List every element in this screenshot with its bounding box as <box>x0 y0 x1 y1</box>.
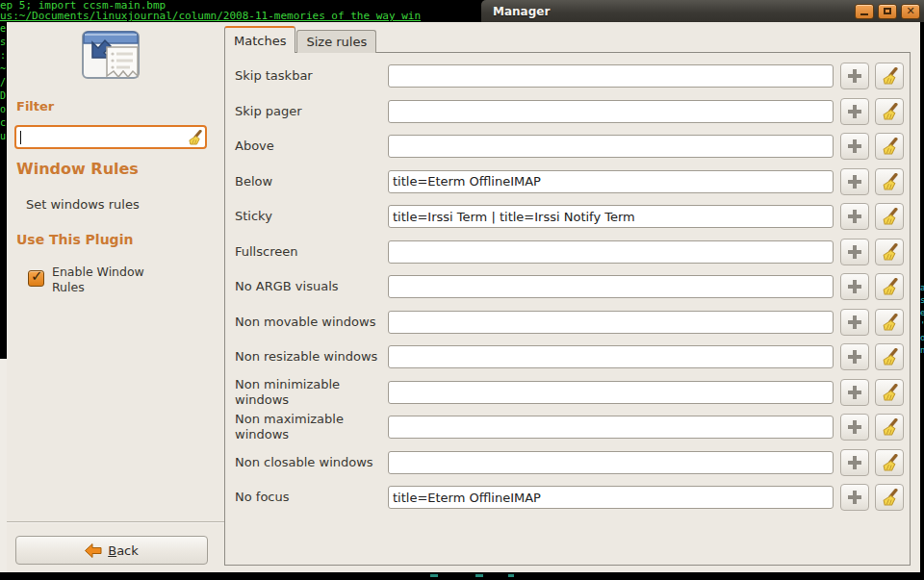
match-row: No ARGB visuals <box>225 269 910 305</box>
plus-icon <box>847 419 862 435</box>
match-row-label: Skip pager <box>235 104 388 119</box>
broom-icon <box>882 489 898 506</box>
match-row-input[interactable] <box>388 381 834 404</box>
back-label: Back <box>108 543 139 558</box>
sidebar-item-set-windows-rules[interactable]: Set windows rules <box>26 197 140 212</box>
match-row-input[interactable] <box>388 205 834 228</box>
plugin-title: Window Rules <box>16 160 139 178</box>
match-row-input[interactable] <box>388 240 834 264</box>
add-match-button[interactable] <box>840 203 869 230</box>
clear-filter-icon[interactable] <box>188 130 202 145</box>
filter-input[interactable] <box>21 130 188 144</box>
add-match-button[interactable] <box>840 343 869 370</box>
match-row-label: Skip taskbar <box>235 68 388 84</box>
desktop-left-edge <box>0 359 7 572</box>
clear-match-button[interactable] <box>875 273 904 300</box>
match-row-input[interactable] <box>388 451 834 474</box>
plus-icon <box>847 68 862 84</box>
terminal-background-left-edge: e s : ~ / D o c u <box>0 22 7 359</box>
window-title: Manager <box>493 5 855 18</box>
match-row: Non resizable windows <box>225 340 910 375</box>
terminal-fragment <box>508 574 514 577</box>
match-row-label: Non closable windows <box>235 455 388 470</box>
add-match-button[interactable] <box>840 168 869 195</box>
match-rows: Skip taskbar Skip pager <box>225 53 910 516</box>
plus-icon <box>847 315 862 330</box>
clear-match-button[interactable] <box>875 343 904 370</box>
match-row: Non minimizable windows <box>225 375 910 411</box>
match-row-input[interactable] <box>388 345 834 368</box>
match-row-label: No ARGB visuals <box>235 279 388 294</box>
sidebar: Filter Window Rules Set windows rules Us… <box>7 22 224 572</box>
clear-match-button[interactable] <box>875 379 904 406</box>
back-arrow-icon <box>85 543 102 558</box>
clear-match-button[interactable] <box>875 63 904 89</box>
match-row-label: Fullscreen <box>235 244 388 260</box>
add-match-button[interactable] <box>840 273 869 300</box>
add-match-button[interactable] <box>840 484 869 511</box>
add-match-button[interactable] <box>840 98 869 125</box>
broom-icon <box>882 454 898 471</box>
window-rules-plugin-icon <box>80 30 149 86</box>
match-row-label: Non maximizable windows <box>235 412 388 443</box>
terminal-background-right-edge: a s e ' o n <box>920 22 924 580</box>
matches-panel: Skip taskbar Skip pager <box>224 52 911 566</box>
match-row-input[interactable] <box>388 100 834 123</box>
add-match-button[interactable] <box>840 309 869 336</box>
enable-window-rules-checkbox[interactable] <box>28 270 44 287</box>
match-row: Skip pager <box>225 94 910 130</box>
add-match-button[interactable] <box>840 63 869 89</box>
tab-bar: Matches Size rules <box>224 26 376 53</box>
filter-heading: Filter <box>16 99 54 113</box>
plus-icon <box>847 455 862 470</box>
clear-match-button[interactable] <box>875 203 904 230</box>
match-row: Fullscreen <box>225 235 910 270</box>
plus-icon <box>847 349 862 365</box>
add-match-button[interactable] <box>840 414 869 441</box>
match-row-input[interactable] <box>388 311 834 334</box>
match-row: Sticky <box>225 199 910 235</box>
clear-match-button[interactable] <box>875 168 904 195</box>
match-row-input[interactable] <box>388 170 834 193</box>
window-titlebar[interactable]: Manager ✕ <box>481 0 924 22</box>
clear-match-button[interactable] <box>875 449 904 476</box>
desktop: ep 5; import ccsm-main.bmp us:~/Document… <box>0 0 924 580</box>
add-match-button[interactable] <box>840 379 869 406</box>
clear-match-button[interactable] <box>875 133 904 160</box>
plus-icon <box>847 104 862 119</box>
match-row: Skip taskbar <box>225 59 910 94</box>
match-row-label: No focus <box>235 490 388 505</box>
match-row-input[interactable] <box>388 416 834 439</box>
plus-icon <box>847 139 862 154</box>
clear-match-button[interactable] <box>875 484 904 511</box>
plus-icon <box>847 490 862 505</box>
back-button[interactable]: Back <box>15 536 208 565</box>
clear-match-button[interactable] <box>875 309 904 336</box>
clear-match-button[interactable] <box>875 98 904 125</box>
broom-icon <box>882 138 898 155</box>
add-match-button[interactable] <box>840 239 869 265</box>
match-row: Non movable windows <box>225 305 910 340</box>
ccsm-window: Filter Window Rules Set windows rules Us… <box>7 22 920 572</box>
match-row-input[interactable] <box>388 486 834 509</box>
terminal-background-top: ep 5; import ccsm-main.bmp us:~/Document… <box>0 0 481 22</box>
tab-matches[interactable]: Matches <box>224 26 295 53</box>
clear-match-button[interactable] <box>875 239 904 265</box>
add-match-button[interactable] <box>840 449 869 476</box>
maximize-button[interactable] <box>878 4 897 19</box>
match-row: No focus <box>225 480 910 516</box>
close-icon: ✕ <box>906 6 914 16</box>
close-button[interactable]: ✕ <box>901 4 920 19</box>
tab-size-rules[interactable]: Size rules <box>296 30 376 53</box>
enable-window-rules-label: Enable Window Rules <box>52 265 160 294</box>
match-row-input[interactable] <box>388 64 834 88</box>
broom-icon <box>882 384 898 401</box>
clear-match-button[interactable] <box>875 414 904 441</box>
add-match-button[interactable] <box>840 133 869 160</box>
broom-icon <box>882 208 898 225</box>
match-row-input[interactable] <box>388 135 834 158</box>
broom-icon <box>882 418 898 436</box>
match-row-input[interactable] <box>388 275 834 298</box>
minimize-button[interactable] <box>855 4 874 19</box>
plus-icon <box>847 279 862 294</box>
